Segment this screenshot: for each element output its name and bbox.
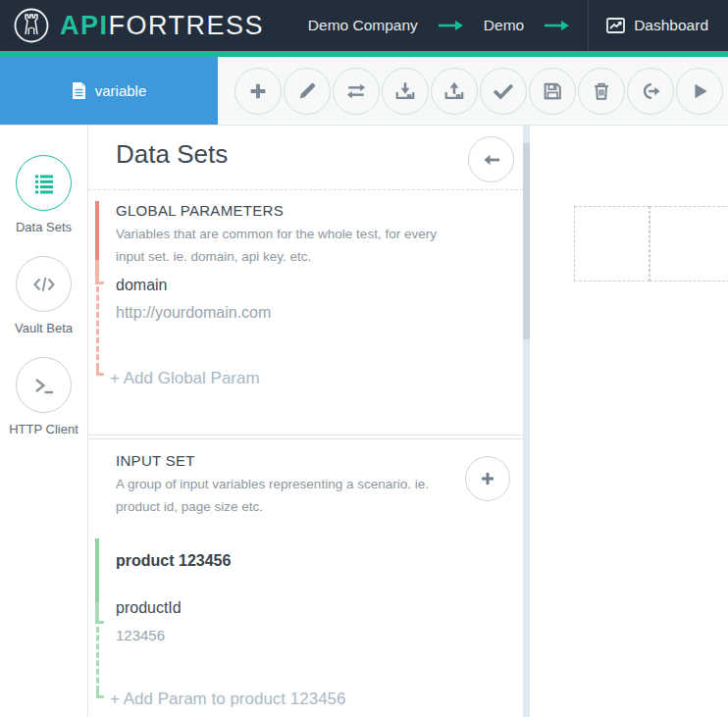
input-param-value[interactable]: 123456 (116, 627, 165, 643)
toolbar-delete-button[interactable] (578, 68, 625, 115)
trash-icon (591, 80, 612, 102)
toolbar-download-button[interactable] (382, 68, 429, 115)
input-set-name[interactable]: product 123456 (116, 552, 231, 570)
breadcrumb: Demo Company Demo (308, 17, 570, 34)
input-set-section: INPUT SET A group of input variables rep… (88, 438, 523, 717)
breadcrumb-company[interactable]: Demo Company (308, 17, 418, 34)
input-set-heading: INPUT SET (116, 452, 195, 469)
sidebar-item-http-client[interactable]: HTTP Client (0, 357, 87, 436)
sidebar-label-data-sets: Data Sets (16, 220, 72, 234)
global-rail-dashed (96, 286, 99, 369)
toolbar-upload-button[interactable] (431, 68, 478, 115)
toolbar-add-button[interactable] (234, 68, 282, 115)
toolbar-edit-button[interactable] (284, 68, 331, 115)
http-client-circle (16, 357, 72, 413)
arrow-right-icon (438, 20, 464, 31)
global-parameters-heading: GLOBAL PARAMETERS (116, 202, 284, 219)
brand-wordmark: APIFORTRESS (60, 11, 264, 41)
scrollbar-thumb[interactable] (523, 143, 530, 339)
toolbar-save-button[interactable] (529, 68, 576, 115)
toolbar-check-button[interactable] (480, 68, 527, 115)
dashboard-label: Dashboard (634, 17, 708, 34)
input-rail-elbow (95, 618, 104, 624)
input-set-description: A group of input variables representing … (116, 474, 447, 518)
toolbar (218, 57, 723, 125)
breadcrumb-project[interactable]: Demo (484, 17, 524, 34)
pencil-icon (296, 80, 318, 102)
input-param-name[interactable]: productId (116, 599, 182, 617)
sidebar-label-vault: Vault Beta (15, 321, 73, 335)
drop-placeholder[interactable] (574, 206, 650, 282)
dashboard-link[interactable]: Dashboard (588, 0, 728, 51)
vault-circle (16, 256, 72, 312)
drop-placeholder[interactable] (650, 206, 728, 282)
data-sets-circle (16, 155, 72, 211)
add-global-param-link[interactable]: + Add Global Param (110, 369, 260, 388)
top-bar: APIFORTRESS Demo Company Demo Dashboard (0, 0, 728, 51)
global-parameters-description: Variables that are common for the whole … (116, 224, 461, 268)
content-area: Data Sets Vault Beta (0, 126, 728, 717)
brand-prefix: API (60, 11, 109, 40)
terminal-icon (31, 374, 57, 397)
toolbar-transfer-button[interactable] (333, 68, 380, 115)
collapse-panel-button[interactable] (468, 136, 514, 182)
left-sidebar: Data Sets Vault Beta (0, 126, 88, 717)
brand-suffix: FORTRESS (109, 11, 265, 40)
panel-header: Data Sets (88, 126, 523, 190)
global-rail-end-elbow (96, 369, 104, 376)
global-param-value[interactable]: http://yourdomain.com (116, 304, 271, 322)
composer-canvas (530, 126, 728, 717)
sidebar-item-data-sets[interactable]: Data Sets (0, 155, 87, 234)
toolbar-export-button[interactable] (627, 68, 674, 115)
tab-toolbar-row: variable (0, 57, 728, 126)
document-icon (72, 81, 86, 100)
upload-icon (443, 80, 465, 102)
download-icon (394, 80, 416, 102)
global-param-name[interactable]: domain (116, 277, 167, 294)
sidebar-label-http-client: HTTP Client (9, 422, 78, 436)
global-group-rail (95, 201, 99, 279)
fortress-logo-icon (13, 7, 50, 44)
code-icon (31, 273, 57, 296)
check-icon (493, 80, 514, 102)
arrow-left-icon (480, 148, 503, 172)
list-icon (31, 172, 57, 195)
play-icon (689, 80, 710, 102)
brand[interactable]: APIFORTRESS (0, 7, 264, 44)
data-sets-panel: Data Sets GLOBAL PARAMETERS Variables th… (88, 126, 523, 717)
sidebar-item-vault[interactable]: Vault Beta (0, 256, 87, 335)
add-param-to-set-link[interactable]: + Add Param to product 123456 (110, 690, 346, 709)
tab-variable[interactable]: variable (0, 57, 218, 125)
add-input-set-button[interactable] (465, 456, 510, 501)
page-title: Data Sets (116, 139, 228, 170)
input-group-rail (95, 538, 99, 618)
global-rail-elbow (95, 279, 104, 284)
input-rail-end-elbow (96, 691, 104, 698)
global-parameters-section: GLOBAL PARAMETERS Variables that are com… (88, 190, 523, 435)
plus-icon (477, 468, 498, 489)
toolbar-run-button[interactable] (676, 68, 723, 115)
panel-scrollbar[interactable] (523, 126, 530, 717)
arrow-right-icon (544, 20, 570, 31)
tab-label: variable (95, 82, 147, 99)
plus-icon (247, 80, 269, 102)
transfer-icon (344, 80, 368, 102)
export-icon (640, 80, 661, 102)
input-rail-dashed (96, 627, 99, 691)
line-chart-icon (606, 18, 625, 33)
save-icon (542, 80, 563, 102)
